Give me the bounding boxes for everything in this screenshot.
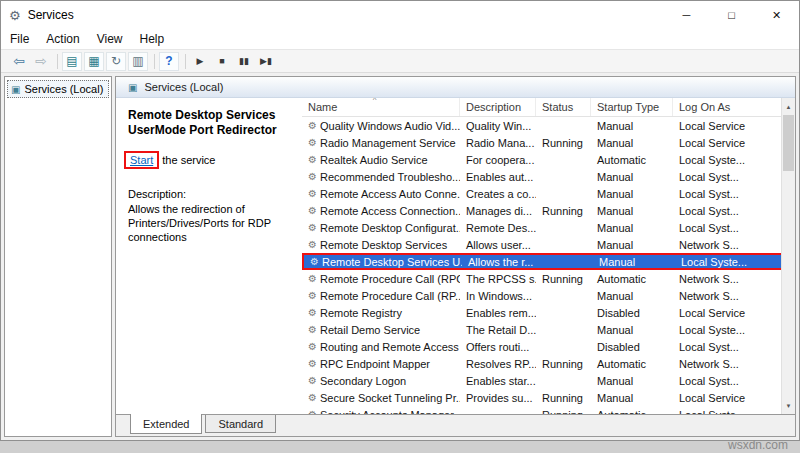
cell-status: Running	[536, 270, 591, 287]
properties-icon[interactable]: ▦	[84, 52, 104, 71]
services-app-icon: ⚙	[9, 8, 21, 23]
menu-item-view[interactable]: View	[97, 32, 123, 46]
menu-item-action[interactable]: Action	[46, 32, 79, 46]
pause-service-icon[interactable]: ▮▮	[234, 52, 254, 71]
scrollbar-thumb[interactable]	[783, 115, 794, 171]
table-row[interactable]: ⚙Secondary LogonEnables star...ManualLoc…	[302, 372, 795, 389]
table-row[interactable]: ⚙Remote Access Auto Conne...Creates a co…	[302, 185, 795, 202]
service-gear-icon: ⚙	[308, 273, 317, 284]
column-header-status[interactable]: Status	[536, 98, 591, 116]
cell-status: Running	[536, 202, 591, 219]
table-row[interactable]: ⚙Remote Procedure Call (RP...In Windows.…	[302, 287, 795, 304]
vertical-scrollbar[interactable]: ▲ ▼	[781, 98, 795, 414]
table-row[interactable]: ⚙Radio Management ServiceRadio Mana...Ru…	[302, 134, 795, 151]
toolbar: ⇦⇨▤▦↻▥?▶■▮▮▶▮	[1, 49, 799, 73]
refresh-icon[interactable]: ↻	[106, 52, 126, 71]
service-gear-icon: ⚙	[308, 154, 317, 165]
stop-service-icon[interactable]: ■	[212, 52, 232, 71]
table-row[interactable]: ⚙Remote Desktop ServicesAllows user...Ma…	[302, 236, 795, 253]
cell-name: ⚙Remote Desktop Services U...	[304, 255, 462, 268]
cell-logon: Local Service	[673, 134, 795, 151]
cell-status	[536, 236, 591, 253]
start-service-line: Start the service	[128, 154, 294, 166]
cell-description: The RPCSS s...	[460, 270, 536, 287]
table-row[interactable]: ⚙Remote Access Connection...Manages di..…	[302, 202, 795, 219]
cell-startup: Automatic	[591, 151, 673, 168]
start-service-icon[interactable]: ▶	[190, 52, 210, 71]
cell-description: Quality Win...	[460, 117, 536, 134]
help-icon[interactable]: ?	[159, 52, 179, 71]
cell-logon: Local Syst...	[673, 338, 795, 355]
table-row[interactable]: ⚙Recommended Troublesho...Enables aut...…	[302, 168, 795, 185]
bottom-strip: wsxdn.com	[0, 441, 800, 453]
cell-startup: Manual	[591, 202, 673, 219]
window-title: Services	[28, 8, 664, 22]
table-row[interactable]: ⚙Remote Procedure Call (RPC)The RPCSS s.…	[302, 270, 795, 287]
service-gear-icon: ⚙	[308, 324, 317, 335]
cell-logon: Local Service	[673, 389, 795, 406]
cell-description	[460, 406, 536, 414]
tree-item-services-local[interactable]: ▣ Services (Local)	[7, 80, 109, 98]
table-row[interactable]: ⚙Remote Desktop Configurat...Remote Des.…	[302, 219, 795, 236]
forward-icon[interactable]: ⇨	[31, 52, 51, 71]
cell-name: ⚙Remote Access Connection...	[302, 202, 460, 219]
maximize-button[interactable]: □	[709, 1, 754, 29]
tab-extended[interactable]: Extended	[130, 414, 202, 434]
cell-description: Resolves RP...	[460, 355, 536, 372]
scroll-up-icon[interactable]: ▲	[782, 99, 795, 114]
restart-service-icon[interactable]: ▶▮	[256, 52, 276, 71]
cell-description: Radio Mana...	[460, 134, 536, 151]
watermark-text: wsxdn.com	[728, 438, 788, 452]
table-row[interactable]: ⚙Realtek Audio ServiceFor coopera...Auto…	[302, 151, 795, 168]
cell-status: Running	[536, 355, 591, 372]
minimize-button[interactable]: ─	[664, 1, 709, 29]
service-gear-icon: ⚙	[308, 290, 317, 301]
column-header-startup-type[interactable]: Startup Type	[591, 98, 673, 116]
cell-description: Manages di...	[460, 202, 536, 219]
cell-name: ⚙Remote Procedure Call (RPC)	[302, 270, 460, 287]
cell-name: ⚙Remote Desktop Services	[302, 236, 460, 253]
scroll-down-icon[interactable]: ▼	[782, 398, 795, 413]
cell-name: ⚙Secondary Logon	[302, 372, 460, 389]
column-header-description[interactable]: Description	[460, 98, 536, 116]
toolbar-separator	[154, 54, 155, 69]
cell-status	[536, 287, 591, 304]
table-row[interactable]: ⚙Retail Demo ServiceThe Retail D...Manua…	[302, 321, 795, 338]
column-header-name[interactable]: Name^	[302, 98, 460, 116]
table-row[interactable]: ⚙Quality Windows Audio Vid...Quality Win…	[302, 117, 795, 134]
cell-name: ⚙RPC Endpoint Mapper	[302, 355, 460, 372]
table-row[interactable]: ⚙Secure Socket Tunneling Pr...Provides s…	[302, 389, 795, 406]
back-icon[interactable]: ⇦	[9, 52, 29, 71]
cell-status	[536, 321, 591, 338]
cell-logon: Local Syste...	[673, 151, 795, 168]
table-row-selected[interactable]: ⚙Remote Desktop Services U...Allows the …	[302, 253, 795, 270]
title-bar: ⚙ Services ─ □ ✕	[1, 1, 799, 29]
cell-startup: Manual	[593, 255, 675, 268]
menu-item-file[interactable]: File	[10, 32, 29, 46]
table-row[interactable]: ⚙Security Accounts ManagerRunningAutomat…	[302, 406, 795, 414]
column-header-log-on-as[interactable]: Log On As	[673, 98, 795, 116]
tab-bar: ExtendedStandard	[116, 414, 795, 436]
cell-name: ⚙Realtek Audio Service	[302, 151, 460, 168]
service-detail-panel: Remote Desktop Services UserMode Port Re…	[116, 98, 302, 414]
table-row[interactable]: ⚙RPC Endpoint MapperResolves RP...Runnin…	[302, 355, 795, 372]
start-service-link[interactable]: Start	[124, 151, 159, 169]
cell-name: ⚙Remote Desktop Configurat...	[302, 219, 460, 236]
close-button[interactable]: ✕	[754, 1, 799, 29]
show-console-tree-icon[interactable]: ▤	[62, 52, 82, 71]
cell-status	[536, 219, 591, 236]
cell-description: The Retail D...	[460, 321, 536, 338]
export-list-icon[interactable]: ▥	[128, 52, 148, 71]
service-gear-icon: ⚙	[308, 375, 317, 386]
menu-item-help[interactable]: Help	[140, 32, 165, 46]
table-row[interactable]: ⚙Remote RegistryEnables rem...DisabledLo…	[302, 304, 795, 321]
cell-startup: Manual	[591, 117, 673, 134]
cell-logon: Local Syst...	[673, 372, 795, 389]
table-row[interactable]: ⚙Routing and Remote AccessOffers routi..…	[302, 338, 795, 355]
cell-logon: Local Syst...	[673, 219, 795, 236]
cell-description: Provides su...	[460, 389, 536, 406]
cell-description: Offers routi...	[460, 338, 536, 355]
cell-startup: Manual	[591, 219, 673, 236]
tab-standard[interactable]: Standard	[205, 415, 276, 433]
service-gear-icon: ⚙	[308, 239, 317, 250]
